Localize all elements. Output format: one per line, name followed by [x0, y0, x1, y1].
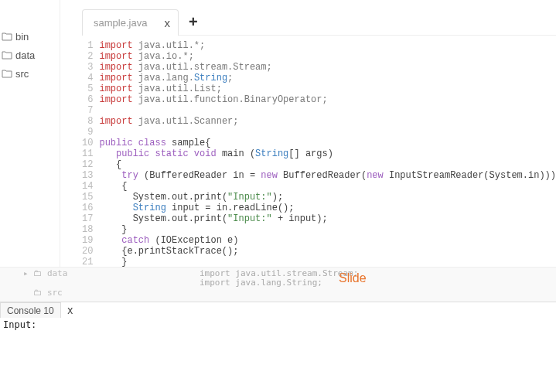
- line-number: 7: [82, 105, 93, 116]
- line-number: 17: [82, 213, 93, 224]
- line-number: 21: [82, 257, 93, 268]
- line-number: 15: [82, 192, 93, 203]
- slide-overlay-strip: ▸ 🗀 data 🗀 src import java.util.stream.S…: [0, 267, 556, 302]
- line-number: 2: [82, 51, 93, 62]
- code-editor[interactable]: 1 2 3 4 5 6 7 8 9 10 11 12 13 14 15 16 1…: [82, 36, 556, 268]
- overlay-sidebar-item: 🗀 src: [23, 288, 63, 298]
- tab-label: sample.java: [94, 17, 147, 29]
- line-number: 14: [82, 181, 93, 192]
- editor-tab-bar: sample.java x +: [82, 9, 556, 36]
- line-number: 8: [82, 116, 93, 127]
- folder-item-bin[interactable]: bin: [2, 27, 60, 46]
- close-icon[interactable]: x: [164, 16, 170, 29]
- folder-label: src: [15, 68, 29, 80]
- line-number: 10: [82, 138, 93, 148]
- line-number: 12: [82, 159, 93, 170]
- editor-tab-sample-java[interactable]: sample.java x: [82, 9, 179, 36]
- folder-label: bin: [15, 31, 29, 43]
- line-number: 1: [82, 40, 93, 51]
- file-explorer-sidebar: bin data src: [0, 0, 60, 267]
- line-number: 18: [82, 224, 93, 235]
- line-number: 9: [82, 127, 93, 138]
- line-number: 20: [82, 246, 93, 257]
- folder-item-src[interactable]: src: [2, 64, 60, 83]
- line-number: 5: [82, 84, 93, 94]
- line-number: 13: [82, 170, 93, 181]
- line-number-gutter: 1 2 3 4 5 6 7 8 9 10 11 12 13 14 15 16 1…: [82, 40, 99, 268]
- line-number: 4: [82, 73, 93, 84]
- console-output[interactable]: Input:: [0, 318, 556, 332]
- folder-item-data[interactable]: data: [2, 46, 60, 64]
- new-tab-button[interactable]: +: [183, 12, 203, 32]
- close-icon[interactable]: x: [63, 302, 78, 318]
- folder-icon: [2, 32, 12, 41]
- line-number: 6: [82, 94, 93, 105]
- overlay-faded-code: import java.util.stream.Stream; import j…: [200, 269, 358, 288]
- code-content[interactable]: import java.util.*; import java.io.*; im…: [99, 40, 556, 268]
- overlay-sidebar-item: ▸ 🗀 data: [23, 268, 67, 278]
- console-tab-label: Console 10: [7, 305, 54, 316]
- console-output-text: Input:: [3, 319, 36, 330]
- folder-icon: [2, 69, 12, 78]
- console-tab[interactable]: Console 10: [0, 302, 61, 318]
- line-number: 11: [82, 148, 93, 159]
- editor-area: sample.java x + 1 2 3 4 5 6 7 8 9 10 11 …: [60, 0, 556, 267]
- line-number: 3: [82, 62, 93, 73]
- line-number: 19: [82, 235, 93, 246]
- line-number: 16: [82, 203, 93, 213]
- console-panel: Console 10 x Input:: [0, 302, 556, 392]
- slide-label[interactable]: Slide: [339, 271, 367, 285]
- folder-icon: [2, 50, 12, 60]
- console-tab-bar: Console 10 x: [0, 302, 556, 318]
- workspace: bin data src sample.java x + 1 2: [0, 0, 556, 267]
- folder-label: data: [15, 49, 35, 61]
